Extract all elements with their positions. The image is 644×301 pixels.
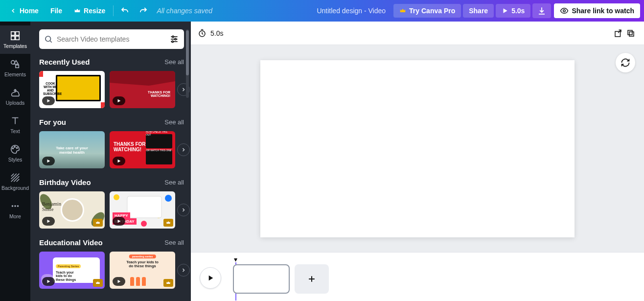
plus-icon xyxy=(307,274,317,284)
export-page-button[interactable] xyxy=(612,27,624,40)
see-all-edu[interactable]: See all xyxy=(164,239,184,246)
play-icon xyxy=(42,96,55,105)
search-input[interactable] xyxy=(57,35,165,43)
rail-uploads[interactable]: Uploads xyxy=(0,82,30,111)
template-thumb[interactable]: Take care of your mental health xyxy=(39,131,105,168)
design-canvas[interactable] xyxy=(260,60,575,237)
rail-templates-label: Templates xyxy=(3,43,27,49)
home-button[interactable]: Home xyxy=(4,4,45,18)
svg-point-7 xyxy=(12,148,13,149)
play-icon xyxy=(207,274,214,282)
timeline-play-button[interactable] xyxy=(200,267,221,289)
panel-scrollbar-thumb[interactable] xyxy=(186,30,189,75)
share-link-button[interactable]: Share link to watch xyxy=(554,3,640,18)
svg-point-17 xyxy=(114,194,119,200)
crown-icon xyxy=(163,279,173,287)
svg-rect-1 xyxy=(11,32,15,35)
crown-icon xyxy=(93,279,103,287)
svg-point-14 xyxy=(172,36,174,37)
svg-point-0 xyxy=(563,10,566,12)
search-box[interactable] xyxy=(39,29,184,49)
play-icon xyxy=(42,217,55,226)
chevron-right-icon xyxy=(181,267,186,273)
see-all-recent[interactable]: See all xyxy=(164,58,184,66)
duplicate-page-button[interactable] xyxy=(624,27,637,40)
template-thumb[interactable]: HAPPY BIRTHDAY xyxy=(110,191,175,229)
background-icon xyxy=(10,172,21,183)
timeline: ▾ xyxy=(191,252,644,301)
eye-icon xyxy=(560,6,569,15)
share-link-label: Share link to watch xyxy=(572,7,634,15)
svg-point-19 xyxy=(141,221,147,227)
refresh-icon xyxy=(621,58,630,68)
play-duration-button[interactable]: 5.0s xyxy=(496,4,530,18)
svg-rect-24 xyxy=(629,32,634,36)
chevron-right-icon xyxy=(181,207,186,213)
template-thumb[interactable]: Parenting SeriesTeach your kids to do th… xyxy=(39,252,105,289)
resize-label: Resize xyxy=(84,7,105,15)
refresh-button[interactable] xyxy=(616,53,635,72)
crown-icon xyxy=(399,7,406,14)
download-button[interactable] xyxy=(532,3,551,18)
svg-rect-4 xyxy=(16,36,19,40)
save-status: All changes saved xyxy=(157,7,212,15)
template-thumb[interactable]: Benjamin Smile xyxy=(39,191,105,229)
stopwatch-icon xyxy=(198,29,207,38)
filter-icon[interactable] xyxy=(169,34,179,44)
try-pro-button[interactable]: Try Canva Pro xyxy=(393,4,461,18)
file-label: File xyxy=(50,7,62,15)
timeline-frame[interactable] xyxy=(233,264,290,294)
svg-point-15 xyxy=(175,38,176,40)
file-button[interactable]: File xyxy=(45,4,68,18)
play-icon xyxy=(113,277,125,286)
template-thumb[interactable]: parenting series Teach your kids to do t… xyxy=(110,252,175,289)
template-thumb[interactable]: COOKWITH MEANDSUBSCRIBE xyxy=(39,71,105,108)
undo-icon xyxy=(120,6,129,15)
rail-more-label: More xyxy=(9,213,21,219)
svg-point-16 xyxy=(172,41,173,42)
svg-rect-25 xyxy=(628,30,632,35)
duplicate-icon xyxy=(626,29,635,38)
elements-icon xyxy=(10,59,21,69)
rail-background[interactable]: Background xyxy=(0,167,30,196)
document-title[interactable]: Untitled design - Video xyxy=(317,7,386,15)
share-button[interactable]: Share xyxy=(463,4,494,18)
play-icon xyxy=(502,7,508,14)
section-title-birthday: Birthday Video xyxy=(39,178,91,186)
rail-styles[interactable]: Styles xyxy=(0,139,30,167)
rail-text-label: Text xyxy=(10,128,20,134)
svg-rect-3 xyxy=(11,36,15,40)
top-bar: Home File Resize All changes saved Untit… xyxy=(0,0,644,22)
crown-icon xyxy=(163,219,173,227)
playhead[interactable]: ▾ xyxy=(234,255,237,263)
row-next-button[interactable] xyxy=(177,143,190,156)
rail-templates[interactable]: Templates xyxy=(0,25,30,54)
section-title-foryou: For you xyxy=(39,118,66,126)
resize-button[interactable]: Resize xyxy=(68,4,111,18)
template-thumb[interactable]: THANKS FOR WATCHING! xyxy=(110,71,175,108)
styles-icon xyxy=(10,144,21,155)
see-all-birthday[interactable]: See all xyxy=(164,179,184,186)
export-icon xyxy=(614,29,622,38)
uploads-icon xyxy=(10,87,21,98)
see-all-foryou[interactable]: See all xyxy=(164,118,184,126)
svg-point-9 xyxy=(17,147,18,148)
share-label: Share xyxy=(469,7,488,15)
play-icon xyxy=(113,96,125,105)
page-duration-label: 5.0s xyxy=(210,29,223,37)
row-next-button[interactable] xyxy=(177,204,190,216)
row-next-button[interactable] xyxy=(177,264,190,277)
redo-button[interactable] xyxy=(134,3,153,18)
add-page-button[interactable] xyxy=(295,264,329,294)
svg-point-13 xyxy=(46,36,51,42)
undo-button[interactable] xyxy=(115,3,134,18)
crown-icon xyxy=(93,219,103,227)
rail-more[interactable]: More xyxy=(0,196,30,224)
template-thumb[interactable]: NOW CHECK THIS OUTOR WATCH THIS ONE THAN… xyxy=(110,131,175,168)
svg-rect-21 xyxy=(127,196,161,218)
divider xyxy=(113,5,114,16)
page-duration[interactable]: 5.0s xyxy=(198,29,223,38)
rail-text[interactable]: Text xyxy=(0,111,30,139)
rail-elements[interactable]: Elements xyxy=(0,54,30,82)
home-label: Home xyxy=(20,7,39,15)
